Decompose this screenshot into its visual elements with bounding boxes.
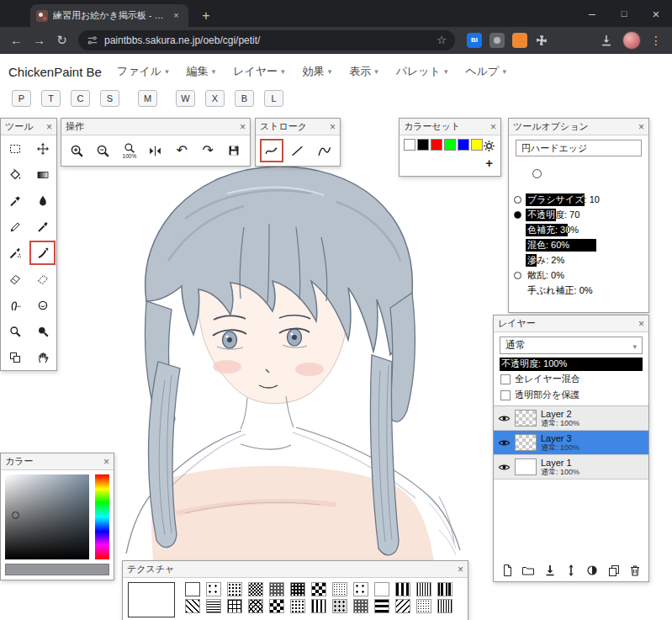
zoom-in-button[interactable] xyxy=(66,144,89,158)
merge-down-button[interactable] xyxy=(543,564,557,577)
eye-icon[interactable] xyxy=(498,412,511,425)
saturation-value-box[interactable] xyxy=(5,474,89,559)
color-palette-header[interactable]: カラー xyxy=(1,453,114,470)
tool-blender[interactable] xyxy=(29,292,56,318)
move-layer-button[interactable] xyxy=(564,564,578,577)
tool-gradient[interactable] xyxy=(29,162,56,188)
pressure-radio-opacity[interactable] xyxy=(514,211,521,219)
menu-view[interactable]: 表示 xyxy=(349,64,378,79)
texture-swatch-diagonal[interactable] xyxy=(185,599,200,613)
window-maximize-button[interactable] xyxy=(608,0,640,27)
tool-burn[interactable] xyxy=(29,318,56,344)
brush-type-select[interactable]: 円ハードエッジ xyxy=(516,140,642,156)
layer-row-layer3-selected[interactable]: Layer 3通常: 100% xyxy=(494,431,648,455)
checkbox[interactable] xyxy=(500,374,511,384)
close-icon[interactable] xyxy=(46,122,52,132)
shortcut-button-c[interactable]: C xyxy=(71,90,90,107)
texture-swatch-hlines-bold[interactable] xyxy=(374,599,389,613)
profile-avatar[interactable] xyxy=(622,31,641,50)
tool-color-picker[interactable] xyxy=(1,188,29,214)
eye-icon[interactable] xyxy=(498,461,511,474)
forward-button[interactable] xyxy=(28,29,50,51)
pressure-radio-size[interactable] xyxy=(514,196,521,204)
zoom-100-button[interactable]: 100% xyxy=(118,142,141,159)
add-color-icon[interactable] xyxy=(485,156,493,169)
add-layer-button[interactable] xyxy=(500,564,514,577)
downloads-icon[interactable] xyxy=(600,34,613,47)
scatter-slider[interactable]: 散乱: 0% 散乱: 0% xyxy=(526,269,643,282)
tool-pencil[interactable] xyxy=(1,214,29,240)
hue-strip[interactable] xyxy=(95,474,109,559)
shortcut-button-p[interactable]: P xyxy=(12,90,31,107)
color-swatch[interactable] xyxy=(404,139,415,151)
drawing-canvas[interactable] xyxy=(59,160,513,564)
tab-close-icon[interactable] xyxy=(170,9,183,22)
texture-swatch-barcode[interactable] xyxy=(437,582,452,596)
tool-palette-header[interactable]: ツール xyxy=(1,119,56,135)
menu-help[interactable]: ヘルプ xyxy=(465,64,505,79)
shortcut-button-s[interactable]: S xyxy=(100,90,119,107)
shortcut-button-w[interactable]: W xyxy=(176,90,195,107)
layer-row-layer2[interactable]: Layer 2通常: 100% xyxy=(494,406,648,431)
texture-swatch-checker[interactable] xyxy=(311,582,326,596)
stroke-line-button[interactable] xyxy=(287,140,309,162)
resat-slider[interactable]: 色補充: 30% 色補充: 30% xyxy=(526,224,643,236)
new-tab-button[interactable] xyxy=(197,7,215,25)
extension-icon-2[interactable] xyxy=(489,33,505,48)
color-swatch[interactable] xyxy=(431,139,442,151)
texture-swatch-dot-grid-2[interactable] xyxy=(416,599,431,613)
stroke-freehand-button[interactable] xyxy=(261,140,283,162)
back-button[interactable] xyxy=(5,29,28,51)
address-bar[interactable]: paintbbs.sakura.ne.jp/oeb/cgi/petit/ xyxy=(78,30,455,50)
texture-swatch-vlines-medium[interactable] xyxy=(311,599,326,613)
texture-swatch-hlines[interactable] xyxy=(206,599,221,613)
menu-edit[interactable]: 編集 xyxy=(187,64,216,79)
tool-transform[interactable] xyxy=(1,344,29,370)
texture-swatch-vlines-bold[interactable] xyxy=(395,582,410,596)
misc-palette-header[interactable]: 操作 xyxy=(61,119,250,135)
duplicate-layer-button[interactable] xyxy=(607,564,621,577)
texture-palette-header[interactable]: テクスチャ xyxy=(123,561,468,578)
stroke-palette-header[interactable]: ストローク xyxy=(256,119,340,135)
checkbox[interactable] xyxy=(500,390,511,400)
swatch-settings-button[interactable] xyxy=(483,140,495,152)
tool-move[interactable] xyxy=(29,135,56,162)
color-swatch[interactable] xyxy=(458,139,469,151)
add-group-button[interactable] xyxy=(521,564,535,577)
brush-size-slider[interactable]: ブラシサイズ: 10 ブラシサイズ: 10 xyxy=(526,193,643,206)
opacity-slider[interactable]: 不透明度: 70 不透明度: 70 xyxy=(526,209,643,221)
extensions-puzzle-icon[interactable] xyxy=(535,34,548,47)
window-close-button[interactable] xyxy=(640,0,672,27)
extension-icon-3[interactable] xyxy=(512,33,527,48)
texture-swatch-dots-dense-2[interactable] xyxy=(353,599,368,613)
tool-water[interactable] xyxy=(29,188,56,214)
texture-swatch-grid[interactable] xyxy=(227,599,242,613)
texture-swatch-vlines-fine[interactable] xyxy=(416,582,431,596)
tool-eraser[interactable] xyxy=(1,266,29,292)
sv-selector[interactable] xyxy=(12,511,19,519)
texture-swatch-dots-sparse-2[interactable] xyxy=(353,582,368,596)
eye-icon[interactable] xyxy=(498,437,511,449)
current-color-swatch[interactable] xyxy=(5,564,109,575)
browser-menu-icon[interactable] xyxy=(650,34,662,47)
texture-swatch-dither50[interactable] xyxy=(248,582,263,596)
zoom-out-button[interactable] xyxy=(92,144,115,158)
bookmark-star-icon[interactable] xyxy=(437,34,447,46)
flip-horizontal-button[interactable] xyxy=(144,144,167,158)
tool-dodge[interactable] xyxy=(1,318,29,344)
texture-swatch-dither25[interactable] xyxy=(332,599,347,613)
layers-palette-header[interactable]: レイヤー xyxy=(494,315,648,332)
tool-soft-eraser[interactable] xyxy=(29,266,56,292)
reload-button[interactable] xyxy=(50,29,73,51)
shortcut-button-b[interactable]: B xyxy=(235,90,254,107)
color-swatch[interactable] xyxy=(417,139,429,151)
tool-options-header[interactable]: ツールオプション xyxy=(509,119,648,135)
extension-bi-icon[interactable]: BI xyxy=(467,33,482,48)
stroke-bezier-button[interactable] xyxy=(313,140,335,162)
texture-swatch-checker-2[interactable] xyxy=(269,599,284,613)
texture-swatch-dots-medium[interactable] xyxy=(227,582,242,596)
tool-smudge[interactable] xyxy=(1,292,29,318)
menu-file[interactable]: ファイル xyxy=(117,64,169,79)
blend-mode-select[interactable]: 通常 xyxy=(500,336,643,354)
lock-alpha-option[interactable]: 透明部分を保護 xyxy=(494,387,648,403)
